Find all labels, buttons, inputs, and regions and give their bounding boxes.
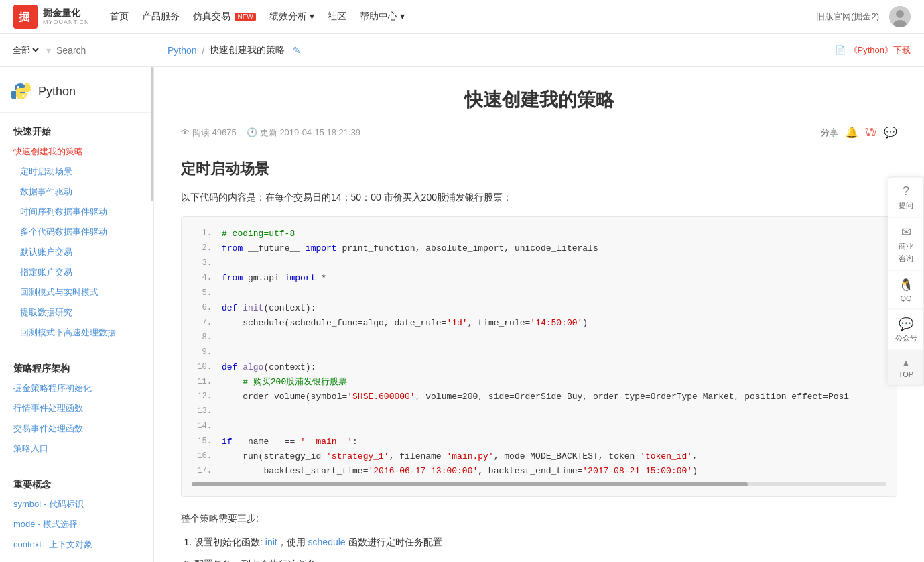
- sidebar-concepts: 重要概念 symbol - 代码标识 mode - 模式选择 context -…: [0, 465, 153, 561]
- step1-schedule-link[interactable]: schedule: [308, 537, 346, 547]
- code-line-10: 10. def algo(context):: [182, 360, 897, 375]
- sidebar-item-mode[interactable]: mode - 模式选择: [0, 514, 153, 535]
- nav-home[interactable]: 首页: [110, 11, 129, 23]
- sidebar-item-init[interactable]: 掘金策略程序初始化: [0, 378, 153, 398]
- sidebar-python-label: Python: [38, 85, 76, 99]
- float-ask[interactable]: ? 提问: [888, 178, 923, 218]
- step-1: 设置初始化函数: init，使用 schedule 函数进行定时任务配置: [194, 534, 897, 551]
- section1-description: 以下代码的内容是：在每个交易日的14：50：00 市价买入200股浦发银行股票：: [181, 189, 897, 206]
- sidebar-item-schedule[interactable]: 定时启动场景: [0, 162, 153, 182]
- sidebar-group-quickstart: 快速开始: [0, 119, 153, 142]
- sidebar-item-tradeevent[interactable]: 交易事件处理函数: [0, 418, 153, 439]
- sidebar-strategy-arch: 策略程序架构 掘金策略程序初始化 行情事件处理函数 交易事件处理函数 策略入口: [0, 349, 153, 465]
- page-title: 快速创建我的策略: [181, 87, 897, 113]
- read-count: 👁 阅读 49675: [181, 127, 237, 139]
- sidebar-logo-section: Python: [0, 67, 153, 113]
- code-line-8: 8.: [182, 331, 897, 345]
- float-wechat[interactable]: 💬 公众号: [888, 310, 923, 351]
- sidebar-item-context[interactable]: context - 上下文对象: [0, 535, 153, 555]
- logo[interactable]: 掘 掘金量化 MYQUANT.CN: [13, 5, 90, 29]
- sidebar-item-backtest[interactable]: 回测模式与实时模式: [0, 282, 153, 302]
- sidebar-item-multicode[interactable]: 多个代码数据事件驱动: [0, 222, 153, 242]
- nav-links: 首页 产品服务 仿真交易 NEW 绩效分析 ▾ 社区 帮助中心 ▾: [110, 11, 797, 23]
- breadcrumb-sep: /: [202, 45, 205, 56]
- breadcrumb-parent[interactable]: Python: [168, 45, 197, 56]
- qq-icon: 🐧: [899, 278, 913, 292]
- old-site-link[interactable]: 旧版官网(掘金2): [816, 11, 879, 23]
- sidebar: Python 快速开始 快速创建我的策略 定时启动场景 数据事件驱动 时间序列数…: [0, 67, 154, 562]
- sidebar-item-quoteevent[interactable]: 行情事件处理函数: [0, 398, 153, 418]
- search-bar: 全部 ▾ 🔍: [0, 34, 154, 67]
- code-line-1: 1. # coding=utf-8: [182, 227, 897, 241]
- sidebar-item-fetchdata[interactable]: 提取数据研究: [0, 302, 153, 323]
- qq-label: QQ: [900, 294, 911, 302]
- nav-right: 旧版官网(掘金2): [816, 6, 911, 27]
- code-line-2: 2. from __future__ import print_function…: [182, 241, 897, 256]
- nav-perf[interactable]: 绩效分析 ▾: [269, 11, 314, 23]
- sidebar-group-arch: 策略程序架构: [0, 356, 153, 378]
- sidebar-item-entry[interactable]: 策略入口: [0, 439, 153, 459]
- section1-heading: 定时启动场景: [181, 159, 897, 179]
- svg-text:掘: 掘: [18, 11, 29, 22]
- wechat-icon: 💬: [899, 317, 913, 331]
- main-layout: Python 快速开始 快速创建我的策略 定时启动场景 数据事件驱动 时间序列数…: [0, 67, 924, 562]
- download-button[interactable]: 📄 《Python》下载: [835, 44, 911, 56]
- code-line-7: 7. schedule(schedule_func=algo, date_rul…: [182, 316, 897, 331]
- svg-point-3: [896, 10, 904, 18]
- code-line-6: 6. def init(context):: [182, 301, 897, 316]
- consult-label2: 咨询: [899, 254, 913, 264]
- nav-help[interactable]: 帮助中心 ▾: [360, 11, 405, 23]
- share-wechat-icon[interactable]: 💬: [884, 126, 897, 139]
- sidebar-item-fastprocess[interactable]: 回测模式下高速处理数据: [0, 323, 153, 343]
- nav-community[interactable]: 社区: [328, 11, 346, 23]
- nav-sim-trade[interactable]: 仿真交易 NEW: [193, 11, 256, 23]
- user-avatar[interactable]: [889, 6, 911, 27]
- consult-label: 商业: [899, 241, 913, 251]
- summary-text: 整个策略需要三步:: [181, 510, 897, 527]
- sidebar-item-defaultaccount[interactable]: 默认账户交易: [0, 242, 153, 262]
- float-panel: ? 提问 ✉ 商业 咨询 🐧 QQ 💬 公众号 ▲ TOP: [888, 177, 924, 386]
- top-icon: ▲: [901, 357, 911, 368]
- wechat-label: 公众号: [895, 333, 917, 343]
- code-scrollbar[interactable]: [192, 482, 886, 486]
- step1-init-link[interactable]: init: [265, 537, 277, 547]
- code-line-3: 3.: [182, 256, 897, 271]
- sidebar-quick-start: 快速开始 快速创建我的策略 定时启动场景 数据事件驱动 时间序列数据事件驱动 多…: [0, 113, 153, 349]
- sidebar-scrollbar[interactable]: [151, 67, 153, 201]
- logo-text: 掘金量化 MYQUANT.CN: [43, 7, 90, 26]
- breadcrumb: Python / 快速创建我的策略 ✎: [168, 44, 301, 56]
- edit-icon[interactable]: ✎: [293, 45, 301, 56]
- download-icon: 📄: [835, 45, 846, 55]
- share-weibo-icon[interactable]: 𝕎: [865, 126, 877, 139]
- search-divider: ▾: [46, 45, 51, 56]
- clock-icon: 🕐: [247, 127, 257, 137]
- sidebar-item-specaccount[interactable]: 指定账户交易: [0, 262, 153, 282]
- new-badge: NEW: [235, 13, 255, 21]
- sidebar-item-dataevent[interactable]: 数据事件驱动: [0, 182, 153, 202]
- share-qq-icon[interactable]: 🔔: [845, 126, 858, 139]
- float-top[interactable]: ▲ TOP: [888, 351, 923, 385]
- sidebar-group-concepts: 重要概念: [0, 472, 153, 494]
- float-consult[interactable]: ✉ 商业 咨询: [888, 218, 923, 271]
- code-line-12: 12. order_volume(symbol='SHSE.600000', v…: [182, 390, 897, 404]
- code-line-11: 11. # 购买200股浦发银行股票: [182, 375, 897, 390]
- sidebar-item-timeseries[interactable]: 时间序列数据事件驱动: [0, 202, 153, 222]
- sidebar-python-icon: [10, 80, 31, 102]
- code-line-9: 9.: [182, 345, 897, 360]
- breadcrumb-bar: Python / 快速创建我的策略 ✎ 📄 《Python》下载: [154, 34, 924, 67]
- sidebar-item-quickcreate[interactable]: 快速创建我的策略: [0, 142, 153, 162]
- eye-icon: 👁: [181, 127, 190, 137]
- code-scrollbar-thumb: [192, 482, 748, 486]
- code-line-16: 16. run(strategy_id='strategy_1', filena…: [182, 449, 897, 464]
- main-content: 快速创建我的策略 👁 阅读 49675 🕐 更新 2019-04-15 18:2…: [154, 67, 924, 562]
- top-label: TOP: [899, 370, 913, 378]
- sidebar-item-symbol[interactable]: symbol - 代码标识: [0, 494, 153, 514]
- nav-products[interactable]: 产品服务: [142, 11, 180, 23]
- download-label: 《Python》下载: [849, 44, 911, 56]
- ask-icon: ?: [903, 184, 909, 199]
- ask-label: 提问: [899, 201, 913, 211]
- search-category-select[interactable]: 全部: [10, 44, 41, 56]
- float-qq[interactable]: 🐧 QQ: [888, 271, 923, 310]
- share-section: 分享 🔔 𝕎 💬: [821, 126, 897, 139]
- code-line-14: 14.: [182, 419, 897, 434]
